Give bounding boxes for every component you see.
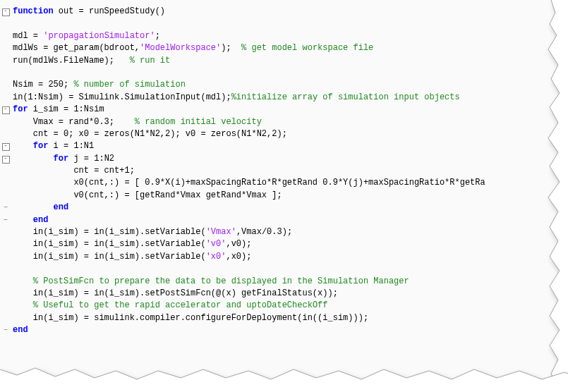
token-id: );: [221, 43, 241, 53]
token-id: ,Vmax/0.3);: [236, 227, 292, 237]
code-text: in(i_sim) = in(i_sim).setVariable('Vmax'…: [11, 226, 568, 238]
code-line: in(1:Nsim) = Simulink.SimulationInput(md…: [0, 92, 568, 104]
token-cmt: % number of simulation: [73, 80, 185, 90]
token-id: mdlWs = get_param(bdroot,: [13, 43, 140, 53]
token-str: 'x0': [206, 252, 226, 262]
fold-toggle-icon[interactable]: -: [2, 8, 10, 16]
code-text: % Useful to get the rapid accelerator an…: [11, 300, 568, 312]
fold-toggle-icon[interactable]: -: [2, 156, 10, 164]
fold-end-icon: –: [4, 202, 8, 211]
code-line: cnt = cnt+1;: [0, 165, 568, 177]
token-id: [13, 300, 33, 310]
code-text: cnt = 0; x0 = zeros(N1*N2,2); v0 = zeros…: [11, 128, 568, 140]
code-line: x0(cnt,:) = [ 0.9*X(i)+maxSpacingRatio*R…: [0, 177, 568, 189]
code-line: [0, 263, 568, 275]
token-id: in(i_sim) = in(i_sim).setVariable(: [13, 227, 206, 237]
code-text: in(i_sim) = in(i_sim).setPostSimFcn(@(x)…: [11, 288, 568, 300]
code-text: in(1:Nsim) = Simulink.SimulationInput(md…: [11, 92, 568, 104]
code-text: [11, 67, 568, 79]
token-id: ,v0);: [226, 239, 251, 249]
code-body: -function out = runSpeedStudy() mdl = 'p…: [0, 0, 568, 392]
code-line: in(i_sim) = in(i_sim).setVariable('Vmax'…: [0, 226, 568, 238]
token-str: 'propagationSimulator': [43, 31, 155, 41]
token-id: v0(cnt,:) = [getRand*Vmax getRand*Vmax ]…: [13, 190, 282, 200]
token-id: x0(cnt,:) = [ 0.9*X(i)+maxSpacingRatio*R…: [13, 178, 485, 188]
code-text: [11, 263, 568, 275]
token-cmt: % get model workspace file: [241, 43, 373, 53]
code-line: in(i_sim) = in(i_sim).setVariable('v0',v…: [0, 238, 568, 250]
token-cmt: % random initial velocity: [135, 117, 262, 127]
code-line: cnt = 0; x0 = zeros(N1*N2,2); v0 = zeros…: [0, 128, 568, 140]
code-text: for j = 1:N2: [11, 153, 568, 165]
code-line: v0(cnt,:) = [getRand*Vmax getRand*Vmax ]…: [0, 190, 568, 202]
code-line: [0, 67, 568, 79]
token-id: in(1:Nsim) = Simulink.SimulationInput(md…: [13, 92, 231, 102]
code-text: mdlWs = get_param(bdroot,'ModelWorkspace…: [11, 42, 568, 54]
fold-gutter[interactable]: –: [0, 202, 11, 213]
token-id: in(i_sim) = in(i_sim).setVariable(: [13, 252, 206, 262]
fold-gutter[interactable]: -: [0, 104, 11, 115]
code-text: mdl = 'propagationSimulator';: [11, 30, 568, 42]
token-cmt: % Useful to get the rapid accelerator an…: [33, 300, 328, 310]
fold-toggle-icon[interactable]: -: [2, 106, 10, 114]
token-cmt: % PostSimFcn to prepare the data to be d…: [33, 276, 409, 286]
token-id: [13, 215, 33, 225]
token-id: in(i_sim) = simulink.compiler.configureF…: [13, 313, 368, 323]
code-text: cnt = cnt+1;: [11, 165, 568, 177]
token-kw: for: [33, 141, 49, 151]
code-text: [11, 18, 568, 30]
token-str: 'v0': [206, 239, 226, 249]
code-line: -for i_sim = 1:Nsim: [0, 104, 568, 116]
code-line: –end: [0, 324, 568, 336]
token-cmt: % run it: [130, 56, 171, 66]
token-id: i_sim = 1:Nsim: [28, 104, 104, 114]
code-text: Vmax = rand*0.3; % random initial veloci…: [11, 116, 568, 128]
code-text: Nsim = 250; % number of simulation: [11, 79, 568, 91]
fold-gutter[interactable]: -: [0, 6, 11, 17]
token-str: 'Vmax': [206, 227, 236, 237]
fold-gutter[interactable]: -: [0, 153, 11, 164]
code-text: % PostSimFcn to prepare the data to be d…: [11, 276, 568, 288]
code-line: in(i_sim) = in(i_sim).setVariable('x0',x…: [0, 251, 568, 263]
token-kw: for: [54, 154, 69, 164]
token-id: [13, 141, 33, 151]
token-id: in(i_sim) = in(i_sim).setVariable(: [13, 239, 206, 249]
code-line: % Useful to get the rapid accelerator an…: [0, 300, 568, 312]
token-kw: end: [13, 325, 28, 335]
code-text: end: [11, 202, 568, 214]
token-id: i = 1:N1: [48, 141, 94, 151]
code-line: mdlWs = get_param(bdroot,'ModelWorkspace…: [0, 42, 568, 54]
fold-gutter[interactable]: –: [0, 214, 11, 226]
token-id: j = 1:N2: [68, 154, 114, 164]
token-id: Vmax = rand*0.3;: [13, 117, 135, 127]
token-id: cnt = cnt+1;: [13, 166, 135, 176]
fold-gutter[interactable]: –: [0, 324, 11, 336]
token-id: Nsim = 250;: [13, 80, 73, 90]
code-text: for i = 1:N1: [11, 140, 568, 152]
code-line: – end: [0, 214, 568, 226]
token-id: ;: [155, 31, 160, 41]
token-id: [13, 154, 54, 164]
fold-gutter[interactable]: -: [0, 140, 11, 152]
token-kw: for: [13, 104, 28, 114]
code-text: for i_sim = 1:Nsim: [11, 104, 568, 116]
code-text: in(i_sim) = in(i_sim).setVariable('x0',x…: [11, 251, 568, 263]
code-line: - for i = 1:N1: [0, 140, 568, 152]
code-line: Vmax = rand*0.3; % random initial veloci…: [0, 116, 568, 128]
token-kw: end: [33, 215, 49, 225]
token-id: [13, 276, 33, 286]
code-text: end: [11, 214, 568, 226]
code-line: [0, 18, 568, 30]
code-line: in(i_sim) = simulink.compiler.configureF…: [0, 312, 568, 324]
code-line: mdl = 'propagationSimulator';: [0, 30, 568, 42]
code-text: v0(cnt,:) = [getRand*Vmax getRand*Vmax ]…: [11, 190, 568, 202]
fold-toggle-icon[interactable]: -: [2, 143, 10, 151]
code-text: function out = runSpeedStudy(): [11, 6, 568, 18]
code-text: run(mdlWs.FileName); % run it: [11, 55, 568, 67]
token-kw: end: [54, 202, 69, 212]
token-id: in(i_sim) = in(i_sim).setPostSimFcn(@(x)…: [13, 288, 338, 298]
code-text: in(i_sim) = in(i_sim).setVariable('v0',v…: [11, 238, 568, 250]
token-id: ,x0);: [226, 252, 251, 262]
fold-end-icon: –: [4, 215, 8, 223]
fold-end-icon: –: [4, 325, 8, 333]
